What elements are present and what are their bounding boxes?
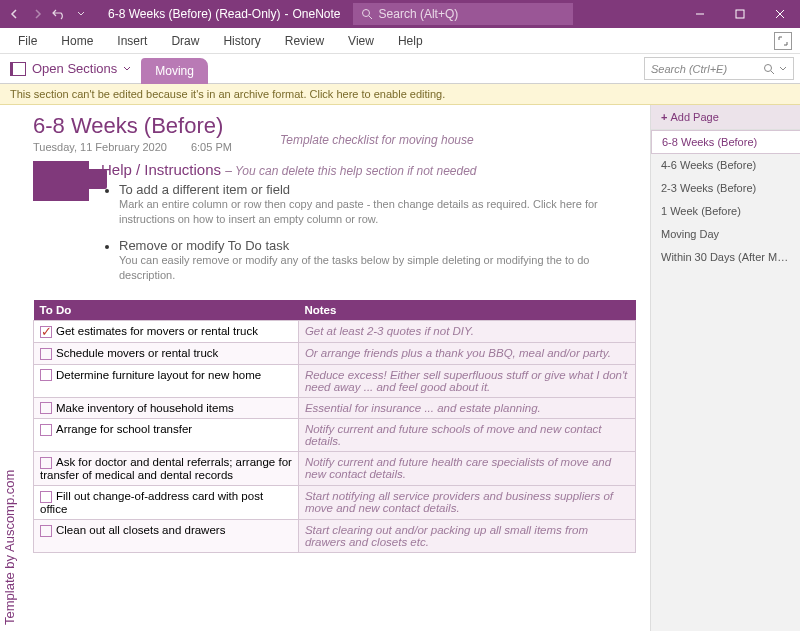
todo-note[interactable]: Notify current and future schools of mov… xyxy=(298,419,635,452)
todo-text[interactable]: Determine furniture layout for new home xyxy=(56,369,261,381)
readonly-warning[interactable]: This section can't be edited because it'… xyxy=(0,84,800,105)
th-todo: To Do xyxy=(34,300,299,321)
quick-search[interactable]: Search (Ctrl+E) xyxy=(644,57,794,80)
todo-checkbox[interactable] xyxy=(40,326,52,338)
moving-house-icon xyxy=(33,161,89,201)
todo-text[interactable]: Make inventory of household items xyxy=(56,402,234,414)
svg-rect-1 xyxy=(736,10,744,18)
table-row: Fill out change-of-address card with pos… xyxy=(34,486,636,520)
todo-note[interactable]: Notify current and future health care sp… xyxy=(298,452,635,486)
page-list-item[interactable]: 1 Week (Before) xyxy=(651,200,800,223)
todo-checkbox[interactable] xyxy=(40,348,52,360)
table-row: Arrange for school transferNotify curren… xyxy=(34,419,636,452)
search-icon xyxy=(361,8,373,20)
title-bar: 6-8 Weeks (Before) (Read-Only) - OneNote… xyxy=(0,0,800,28)
quick-search-placeholder: Search (Ctrl+E) xyxy=(651,63,727,75)
fullscreen-button[interactable] xyxy=(774,32,792,50)
todo-note[interactable]: Start clearing out and/or packing up all… xyxy=(298,520,635,553)
table-row: Determine furniture layout for new homeR… xyxy=(34,364,636,397)
page-list-item[interactable]: Within 30 Days (After Move) xyxy=(651,246,800,269)
menu-insert[interactable]: Insert xyxy=(107,30,157,52)
help-bullet: Remove or modify To Do task You can easi… xyxy=(119,238,636,284)
add-page-button[interactable]: + Add Page xyxy=(651,105,800,130)
forward-icon[interactable] xyxy=(30,7,44,21)
todo-note[interactable]: Essential for insurance ... and estate p… xyxy=(298,397,635,419)
page-list: + Add Page 6-8 Weeks (Before)4-6 Weeks (… xyxy=(650,105,800,631)
page-time: 6:05 PM xyxy=(191,141,232,153)
todo-checkbox[interactable] xyxy=(40,491,52,503)
menu-review[interactable]: Review xyxy=(275,30,334,52)
page-date: Tuesday, 11 February 2020 xyxy=(33,141,167,153)
help-heading: Help / Instructions xyxy=(101,161,221,178)
app-title: OneNote xyxy=(293,7,341,21)
todo-text[interactable]: Clean out all closets and drawers xyxy=(56,524,225,536)
todo-text[interactable]: Get estimates for movers or rental truck xyxy=(56,325,258,337)
title-search[interactable]: Search (Alt+Q) xyxy=(353,3,573,25)
close-button[interactable] xyxy=(760,0,800,28)
menu-file[interactable]: File xyxy=(8,30,47,52)
doc-title: 6-8 Weeks (Before) (Read-Only) xyxy=(108,7,281,21)
todo-checkbox[interactable] xyxy=(40,424,52,436)
todo-text[interactable]: Ask for doctor and dental referrals; arr… xyxy=(40,456,292,481)
search-icon xyxy=(763,63,775,75)
template-credit: Template by Auscomp.com xyxy=(0,105,19,631)
todo-checkbox[interactable] xyxy=(40,457,52,469)
todo-checkbox[interactable] xyxy=(40,402,52,414)
page-list-item[interactable]: 6-8 Weeks (Before) xyxy=(651,130,800,154)
qat-dropdown-icon[interactable] xyxy=(74,7,88,21)
todo-text[interactable]: Arrange for school transfer xyxy=(56,423,192,435)
todo-note[interactable]: Or arrange friends plus a thank you BBQ,… xyxy=(298,342,635,364)
open-sections-dropdown[interactable]: Open Sections xyxy=(0,54,141,83)
notebook-icon xyxy=(10,62,26,76)
table-row: Schedule movers or rental truckOr arrang… xyxy=(34,342,636,364)
page-list-item[interactable]: 4-6 Weeks (Before) xyxy=(651,154,800,177)
back-icon[interactable] xyxy=(8,7,22,21)
title-search-placeholder: Search (Alt+Q) xyxy=(379,7,459,21)
todo-text[interactable]: Schedule movers or rental truck xyxy=(56,347,218,359)
todo-table: To Do Notes Get estimates for movers or … xyxy=(33,300,636,554)
menu-help[interactable]: Help xyxy=(388,30,433,52)
svg-point-0 xyxy=(362,10,369,17)
help-bullet: To add a different item or field Mark an… xyxy=(119,182,636,228)
maximize-button[interactable] xyxy=(720,0,760,28)
menu-home[interactable]: Home xyxy=(51,30,103,52)
window-title: 6-8 Weeks (Before) (Read-Only) - OneNote xyxy=(96,7,353,21)
chevron-down-icon xyxy=(779,65,787,73)
undo-icon[interactable] xyxy=(52,7,66,21)
section-tab-moving[interactable]: Moving xyxy=(141,58,208,84)
page-content: Template by Auscomp.com 6-8 Weeks (Befor… xyxy=(0,105,650,631)
menu-history[interactable]: History xyxy=(213,30,270,52)
table-row: Clean out all closets and drawersStart c… xyxy=(34,520,636,553)
todo-checkbox[interactable] xyxy=(40,525,52,537)
page-list-item[interactable]: 2-3 Weeks (Before) xyxy=(651,177,800,200)
todo-note[interactable]: Start notifying all service providers an… xyxy=(298,486,635,520)
menu-view[interactable]: View xyxy=(338,30,384,52)
todo-text[interactable]: Fill out change-of-address card with pos… xyxy=(40,490,263,515)
todo-note[interactable]: Reduce excess! Either sell superfluous s… xyxy=(298,364,635,397)
section-bar: Open Sections Moving Search (Ctrl+E) xyxy=(0,54,800,84)
minimize-button[interactable] xyxy=(680,0,720,28)
open-sections-label: Open Sections xyxy=(32,61,117,76)
help-subtext: – You can delete this help section if no… xyxy=(225,164,476,178)
template-note: Template checklist for moving house xyxy=(280,133,474,147)
chevron-down-icon xyxy=(123,65,131,73)
menu-bar: File Home Insert Draw History Review Vie… xyxy=(0,28,800,54)
page-list-item[interactable]: Moving Day xyxy=(651,223,800,246)
svg-point-2 xyxy=(765,64,772,71)
th-notes: Notes xyxy=(298,300,635,321)
menu-draw[interactable]: Draw xyxy=(161,30,209,52)
todo-note[interactable]: Get at least 2-3 quotes if not DIY. xyxy=(298,320,635,342)
todo-checkbox[interactable] xyxy=(40,369,52,381)
table-row: Get estimates for movers or rental truck… xyxy=(34,320,636,342)
table-row: Ask for doctor and dental referrals; arr… xyxy=(34,452,636,486)
table-row: Make inventory of household itemsEssenti… xyxy=(34,397,636,419)
